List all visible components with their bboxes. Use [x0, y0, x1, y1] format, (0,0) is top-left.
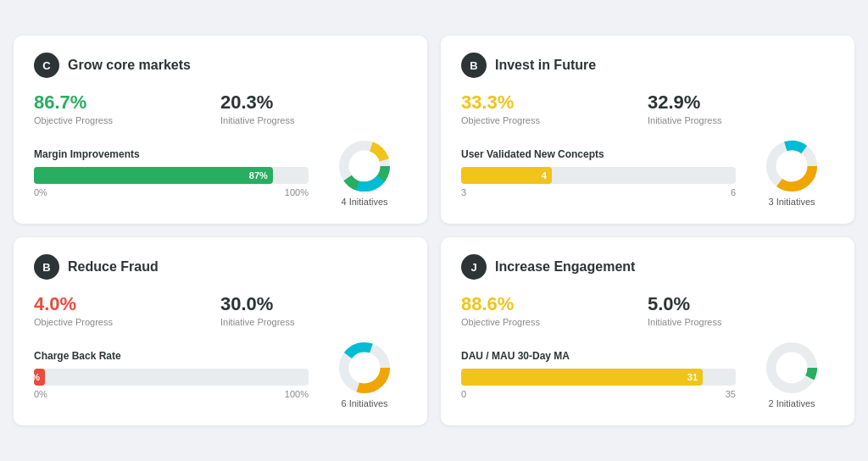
initiative-progress-label: Initiative Progress — [220, 115, 407, 125]
initiative-metric: 20.3% Initiative Progress — [220, 92, 407, 125]
initiatives-count: 4 Initiatives — [341, 197, 387, 207]
svg-point-10 — [771, 347, 813, 389]
objective-progress-label: Objective Progress — [34, 115, 220, 125]
range-max: 35 — [726, 389, 736, 399]
card-title: Increase Engagement — [495, 259, 635, 275]
progress-range: 0% 100% — [34, 187, 309, 197]
card-title: Grow core markets — [68, 58, 191, 73]
donut-section: 6 Initiatives — [322, 341, 407, 408]
bottom-row: User Validated New Concepts 4 3 6 3 Init… — [461, 139, 834, 207]
range-max: 100% — [285, 187, 309, 197]
initiatives-count: 6 Initiatives — [341, 398, 387, 408]
range-max: 6 — [731, 187, 736, 197]
progress-section: Margin Improvements 87% 0% 100% — [34, 148, 309, 197]
progress-bar-fill: 31 — [461, 369, 703, 386]
dashboard-grid: C Grow core markets 86.7% Objective Prog… — [14, 36, 854, 425]
metric-title: Charge Back Rate — [34, 350, 309, 362]
objective-metric: 86.7% Objective Progress — [34, 92, 220, 125]
progress-range: 0% 100% — [34, 389, 309, 399]
progress-bar-fill: 4% — [34, 369, 45, 386]
metrics-row: 86.7% Objective Progress 20.3% Initiativ… — [34, 92, 407, 125]
range-min: 0 — [461, 389, 466, 399]
progress-section: User Validated New Concepts 4 3 6 — [461, 148, 736, 197]
donut-section: 2 Initiatives — [749, 341, 834, 408]
initiative-progress-label: Initiative Progress — [648, 317, 834, 327]
progress-bar-label: 31 — [687, 372, 698, 382]
initiative-metric: 32.9% Initiative Progress — [648, 92, 834, 125]
card-increase-engagement: J Increase Engagement 88.6% Objective Pr… — [441, 237, 854, 425]
metrics-row: 33.3% Objective Progress 32.9% Initiativ… — [461, 92, 834, 125]
metric-title: User Validated New Concepts — [461, 148, 736, 160]
range-min: 0% — [34, 389, 47, 399]
progress-bar-wrap: 4% — [34, 369, 309, 386]
bottom-row: DAU / MAU 30-Day MA 31 0 35 2 Initiative… — [461, 341, 834, 408]
range-max: 100% — [285, 389, 309, 399]
initiative-progress-label: Initiative Progress — [220, 317, 407, 327]
objective-metric: 88.6% Objective Progress — [461, 293, 648, 327]
donut-section: 3 Initiatives — [749, 139, 834, 207]
initiatives-count: 2 Initiatives — [768, 398, 815, 408]
objective-progress-value: 88.6% — [461, 293, 648, 315]
range-min: 3 — [461, 187, 466, 197]
objective-progress-label: Objective Progress — [461, 317, 648, 327]
card-reduce-fraud: B Reduce Fraud 4.0% Objective Progress 3… — [14, 237, 427, 425]
card-invest-in-future: B Invest in Future 33.3% Objective Progr… — [441, 36, 854, 224]
objective-progress-value: 4.0% — [34, 293, 220, 315]
badge: B — [34, 254, 59, 280]
card-header: B Reduce Fraud — [34, 254, 407, 280]
initiative-metric: 5.0% Initiative Progress — [648, 293, 834, 327]
metrics-row: 4.0% Objective Progress 30.0% Initiative… — [34, 293, 407, 327]
card-title: Reduce Fraud — [68, 259, 159, 275]
progress-bar-label: 4% — [26, 372, 40, 382]
progress-section: DAU / MAU 30-Day MA 31 0 35 — [461, 350, 736, 399]
objective-progress-label: Objective Progress — [461, 115, 648, 125]
initiative-progress-value: 5.0% — [648, 293, 834, 315]
initiative-progress-value: 32.9% — [648, 92, 834, 114]
card-header: B Invest in Future — [461, 53, 834, 78]
badge: B — [461, 53, 487, 78]
progress-bar-wrap: 4 — [461, 167, 736, 184]
objective-progress-value: 86.7% — [34, 92, 220, 114]
donut-section: 4 Initiatives — [322, 139, 407, 207]
initiatives-count: 3 Initiatives — [768, 197, 815, 207]
progress-bar-fill: 4 — [461, 167, 552, 184]
initiative-progress-value: 20.3% — [220, 92, 407, 114]
card-header: C Grow core markets — [34, 53, 407, 78]
initiative-metric: 30.0% Initiative Progress — [220, 293, 407, 327]
initiative-progress-value: 30.0% — [220, 293, 407, 315]
objective-progress-label: Objective Progress — [34, 317, 220, 327]
progress-bar-label: 87% — [249, 170, 268, 181]
badge: J — [461, 254, 487, 280]
card-title: Invest in Future — [495, 58, 596, 73]
progress-bar-fill: 87% — [34, 167, 273, 184]
bottom-row: Charge Back Rate 4% 0% 100% 6 Initiative… — [34, 341, 407, 408]
metric-title: DAU / MAU 30-Day MA — [461, 350, 736, 362]
progress-bar-wrap: 31 — [461, 369, 736, 386]
objective-progress-value: 33.3% — [461, 92, 648, 114]
metrics-row: 88.6% Objective Progress 5.0% Initiative… — [461, 293, 834, 327]
card-header: J Increase Engagement — [461, 254, 834, 280]
metric-title: Margin Improvements — [34, 148, 309, 160]
objective-metric: 4.0% Objective Progress — [34, 293, 220, 327]
initiative-progress-label: Initiative Progress — [648, 115, 834, 125]
badge: C — [34, 53, 59, 78]
objective-metric: 33.3% Objective Progress — [461, 92, 648, 125]
progress-range: 3 6 — [461, 187, 736, 197]
range-min: 0% — [34, 187, 47, 197]
progress-bar-wrap: 87% — [34, 167, 309, 184]
card-grow-core-markets: C Grow core markets 86.7% Objective Prog… — [14, 36, 427, 224]
progress-section: Charge Back Rate 4% 0% 100% — [34, 350, 309, 399]
progress-bar-label: 4 — [542, 170, 547, 181]
progress-range: 0 35 — [461, 389, 736, 399]
bottom-row: Margin Improvements 87% 0% 100% 4 Initia… — [34, 139, 407, 207]
